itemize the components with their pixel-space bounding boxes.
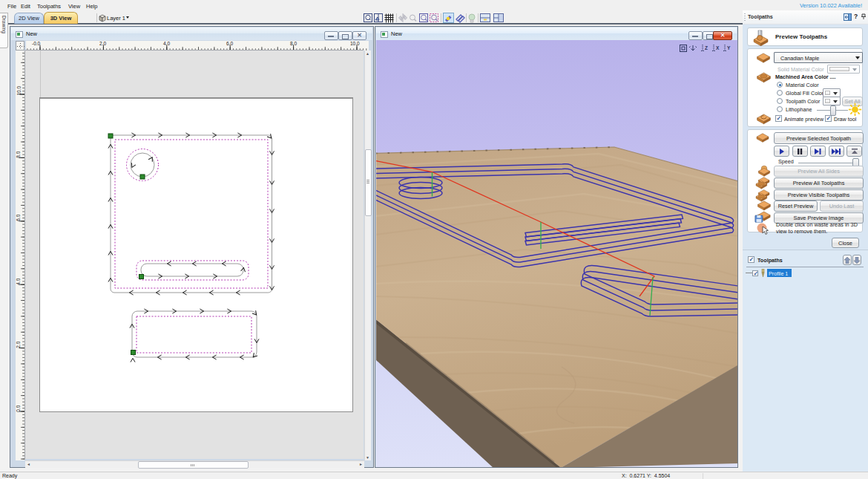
- svg-text:Y: Y: [727, 45, 731, 50]
- svg-text:Z: Z: [705, 45, 708, 50]
- svg-text:X: X: [716, 45, 720, 50]
